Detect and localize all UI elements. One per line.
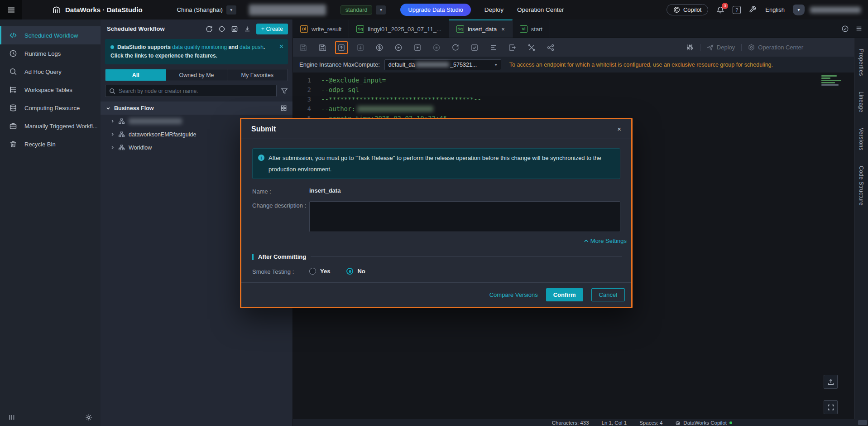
repair-tools-icon[interactable] <box>528 44 536 52</box>
smoke-testing-radio-group: Yes No <box>309 268 365 275</box>
editor-tab-insert-data[interactable]: Sq insert_data × <box>449 19 513 38</box>
engine-instance-label: Engine Instance MaxCompute: <box>299 61 380 68</box>
engine-instance-select[interactable]: default_da _575321... ▾ <box>384 59 501 70</box>
run-icon[interactable] <box>394 44 403 52</box>
stop-icon[interactable] <box>432 44 441 52</box>
notice-close-icon[interactable]: ✕ <box>279 42 284 51</box>
submit-icon[interactable] <box>337 44 345 52</box>
change-description-row: Change description : <box>252 201 620 232</box>
rail-tab-lineage[interactable]: Lineage <box>858 92 864 112</box>
tab-list-icon[interactable] <box>855 25 863 32</box>
save-all-icon[interactable] <box>318 44 326 52</box>
data-push-link[interactable]: data push <box>240 44 264 50</box>
code-line: 3--*************************************… <box>293 95 854 104</box>
redacted-engine-name <box>416 62 449 67</box>
compare-versions-link[interactable]: Compare Versions <box>489 291 538 298</box>
filter-icon[interactable] <box>281 87 288 95</box>
region-selector[interactable]: China (Shanghai) ▾ <box>177 5 236 15</box>
sidebar-item-runtime-logs[interactable]: Runtime Logs <box>0 44 101 63</box>
upgrade-data-studio-button[interactable]: Upgrade Data Studio <box>400 4 470 16</box>
panel-layout-icon[interactable] <box>8 414 15 421</box>
tab-all[interactable]: All <box>106 69 166 81</box>
submit-modal: Submit × i After submission, you must go… <box>240 118 633 308</box>
dag-view-icon[interactable] <box>547 44 555 52</box>
topbar-right: Copilot 3 ? English ▾ <box>667 4 868 15</box>
create-button[interactable]: + Create <box>256 24 288 34</box>
notifications-button[interactable]: 3 <box>716 6 724 14</box>
rail-tab-properties[interactable]: Properties <box>858 49 864 76</box>
tree-root-business-flow[interactable]: Business Flow <box>101 102 293 115</box>
deploy-button-disabled[interactable]: Deploy <box>707 44 735 51</box>
menu-operation-center[interactable]: Operation Center <box>517 6 564 13</box>
name-label: Name : <box>252 187 309 195</box>
minimap[interactable] <box>821 75 842 87</box>
editor-tab-start[interactable]: Vi start <box>513 19 550 38</box>
avatar[interactable]: ▾ <box>793 5 805 15</box>
confirm-button[interactable]: Confirm <box>546 288 583 301</box>
settings-gear-icon[interactable] <box>85 414 92 421</box>
data-quality-monitoring-link[interactable]: data quality monitoring <box>172 44 227 50</box>
product-title: DataWorks · DataStudio <box>65 6 143 14</box>
sql-node-badge: Sq <box>456 25 464 33</box>
sidebar-item-manually-triggered-workflows[interactable]: Manually Triggered Workfl... <box>0 117 101 135</box>
run-with-parameters-icon[interactable] <box>413 44 422 52</box>
language-selector[interactable]: English <box>765 6 785 13</box>
spaces-setting[interactable]: Spaces: 4 <box>639 420 662 426</box>
tab-close-icon[interactable]: × <box>501 26 505 33</box>
submission-notice-banner: i After submission, you must go to "Task… <box>252 148 620 179</box>
version-history-icon[interactable] <box>841 25 849 33</box>
rail-tab-code-structure[interactable]: Code Structure <box>858 166 864 206</box>
editor-tab-lingyi01[interactable]: Sq lingyi01_2025_03_07_11_... <box>349 19 449 38</box>
save-icon[interactable] <box>299 44 307 52</box>
submit-unlock-icon[interactable] <box>356 44 364 52</box>
deployment-board-button[interactable] <box>824 375 838 389</box>
sliders-icon[interactable] <box>686 44 694 51</box>
cost-estimate-icon[interactable] <box>375 44 384 52</box>
locate-icon[interactable] <box>218 25 225 33</box>
sidebar-item-scheduled-workflow[interactable]: Scheduled Workflow <box>0 26 101 44</box>
sidebar-item-ad-hoc-query[interactable]: Ad Hoc Query <box>0 63 101 81</box>
search-icon <box>9 68 17 76</box>
open-in-icon[interactable] <box>508 44 517 52</box>
import-export-icon[interactable] <box>244 25 251 33</box>
env-selector[interactable]: standard ▾ <box>340 5 386 15</box>
precheck-icon[interactable] <box>470 44 479 52</box>
modal-close-icon[interactable]: × <box>617 125 621 133</box>
fullscreen-icon[interactable] <box>824 400 838 414</box>
tab-my-favorites[interactable]: My Favorites <box>227 69 288 81</box>
radio-yes[interactable]: Yes <box>309 268 330 275</box>
di-node-badge: Di <box>300 25 308 33</box>
format-code-icon[interactable] <box>489 44 498 52</box>
database-icon <box>9 104 17 112</box>
wrench-icon[interactable] <box>749 6 757 14</box>
radio-no[interactable]: No <box>346 268 365 275</box>
search-input[interactable] <box>119 88 273 94</box>
copilot-status[interactable]: DataWorks Copilot <box>675 420 732 426</box>
checklist-icon[interactable] <box>231 25 238 33</box>
change-description-textarea[interactable] <box>309 201 620 232</box>
more-settings-link[interactable]: More Settings <box>584 237 627 244</box>
tab-owned-by-me[interactable]: Owned by Me <box>166 69 227 81</box>
operation-center-button-disabled[interactable]: Operation Center <box>748 44 803 51</box>
cancel-button[interactable]: Cancel <box>591 288 625 301</box>
chevron-down-icon: ▾ <box>226 5 236 15</box>
search-icon <box>109 88 115 94</box>
search-row <box>105 85 288 97</box>
vi-node-badge: Vi <box>520 25 528 33</box>
sidebar-item-recycle-bin[interactable]: Recycle Bin <box>0 135 101 153</box>
reload-icon[interactable] <box>451 44 460 52</box>
grid-view-icon[interactable] <box>280 105 287 111</box>
sidebar-item-computing-resource[interactable]: Computing Resource <box>0 99 101 117</box>
rail-tab-versions[interactable]: Versions <box>858 128 864 150</box>
menu-deploy[interactable]: Deploy <box>484 6 504 13</box>
editor-tab-write-result[interactable]: Di write_result <box>293 19 349 38</box>
sidebar-item-workspace-tables[interactable]: Workspace Tables <box>0 81 101 99</box>
divider <box>700 44 700 51</box>
paper-plane-icon <box>707 44 714 51</box>
statusbar-scroll-handle[interactable] <box>858 420 867 425</box>
refresh-icon[interactable] <box>206 25 213 33</box>
app-brand: DataWorks · DataStudio <box>52 5 143 14</box>
main-menu-icon[interactable] <box>0 0 22 19</box>
help-button[interactable]: ? <box>733 6 741 14</box>
copilot-button[interactable]: Copilot <box>667 4 708 15</box>
